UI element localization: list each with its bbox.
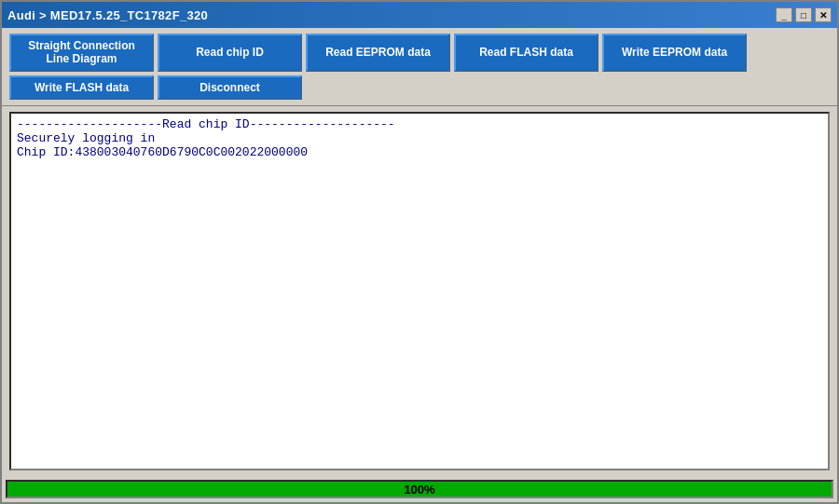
title-text: Audi > MED17.5.25_TC1782F_320 [7, 8, 208, 22]
diagram-button[interactable]: Straight ConnectionLine Diagram [9, 34, 154, 72]
window-controls: _ □ ✕ [776, 7, 832, 22]
maximize-button[interactable]: □ [795, 7, 812, 22]
write-eeprom-button[interactable]: Write EEPROM data [602, 34, 747, 72]
status-bar: 100% [2, 476, 837, 502]
read-chip-id-button[interactable]: Read chip ID [158, 34, 302, 72]
disconnect-button[interactable]: Disconnect [158, 75, 302, 100]
toolbar-row-1: Straight ConnectionLine Diagram Read chi… [9, 34, 830, 72]
minimize-button[interactable]: _ [776, 7, 792, 22]
toolbar: Straight ConnectionLine Diagram Read chi… [2, 28, 837, 106]
app-window: Audi > MED17.5.25_TC1782F_320 _ □ ✕ Stra… [0, 0, 839, 504]
output-box: --------------------Read chip ID--------… [9, 112, 830, 470]
title-bar: Audi > MED17.5.25_TC1782F_320 _ □ ✕ [2, 2, 837, 28]
read-eeprom-button[interactable]: Read EEPROM data [306, 34, 450, 72]
write-flash-button[interactable]: Write FLASH data [9, 75, 154, 100]
progress-label: 100% [404, 483, 434, 497]
progress-container: 100% [6, 480, 833, 498]
content-area: --------------------Read chip ID--------… [2, 106, 837, 476]
toolbar-row-2: Write FLASH data Disconnect [9, 75, 830, 100]
read-flash-button[interactable]: Read FLASH data [454, 34, 598, 72]
close-button[interactable]: ✕ [815, 7, 832, 22]
